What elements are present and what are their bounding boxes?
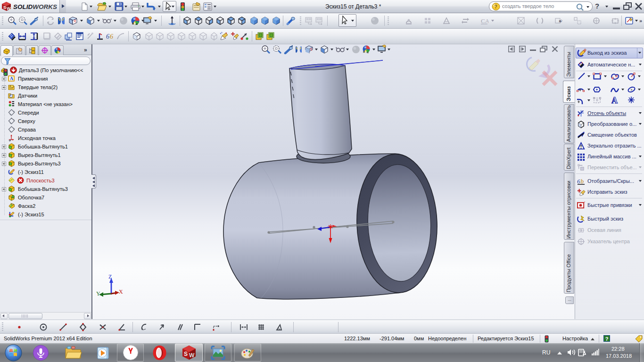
svg-text:?: ? [495,4,497,9]
svg-text:W: W [189,352,195,359]
svg-text:Z: Z [108,273,112,280]
svg-text:6: 6 [577,178,580,185]
svg-text:A: A [611,96,618,105]
svg-text:CA: CA [481,17,488,25]
svg-text:X: X [119,288,123,295]
svg-text:S: S [3,5,6,10]
svg-text:S: S [184,351,188,357]
svg-text:A: A [10,76,14,81]
svg-text:b: b [581,178,584,185]
svg-text:6: 6 [106,33,109,40]
svg-text:W: W [7,6,11,11]
svg-text:6: 6 [110,33,113,40]
svg-text:Y: Y [96,290,100,297]
